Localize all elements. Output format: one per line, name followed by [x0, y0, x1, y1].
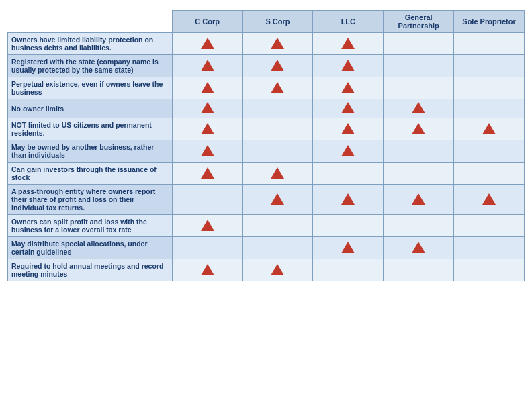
check-cell-sole_proprietor	[454, 77, 525, 99]
checkmark-triangle	[341, 82, 355, 93]
checkmark-triangle	[201, 102, 214, 113]
feature-cell: NOT limited to US citizens and permanent…	[8, 118, 173, 140]
feature-cell: Owners can split profit and loss with th…	[8, 215, 173, 237]
business-type-comparison-table: C Corp S Corp LLC General Partnership So…	[7, 10, 525, 281]
check-cell-llc	[313, 185, 384, 215]
check-cell-llc	[313, 99, 384, 118]
check-cell-general_partnership	[384, 55, 454, 77]
checkmark-triangle	[341, 193, 355, 205]
feature-cell: No owner limits	[8, 99, 173, 118]
table-row: A pass-through entity where owners repor…	[8, 185, 525, 215]
feature-column-header	[8, 11, 173, 33]
check-cell-c_corp	[172, 77, 242, 99]
checkmark-triangle	[412, 102, 425, 113]
check-cell-general_partnership	[384, 118, 454, 140]
check-cell-s_corp	[242, 215, 313, 237]
check-cell-llc	[313, 33, 384, 55]
check-cell-llc	[313, 215, 384, 237]
check-cell-llc	[313, 118, 384, 140]
check-cell-sole_proprietor	[454, 259, 525, 281]
table-row: Registered with the state (company name …	[8, 55, 525, 77]
checkmark-triangle	[271, 193, 284, 205]
checkmark-triangle	[341, 145, 355, 156]
check-cell-s_corp	[242, 163, 313, 185]
check-cell-sole_proprietor	[454, 118, 525, 140]
table-row: Owners have limited liability protection…	[8, 33, 525, 55]
check-cell-s_corp	[242, 99, 313, 118]
checkmark-triangle	[201, 167, 214, 179]
checkmark-triangle	[412, 123, 425, 134]
checkmark-triangle	[482, 193, 496, 205]
feature-cell: Can gain investors through the issuance …	[8, 163, 173, 185]
checkmark-triangle	[482, 123, 496, 134]
check-cell-c_corp	[172, 185, 242, 215]
check-cell-c_corp	[172, 215, 242, 237]
feature-cell: Owners have limited liability protection…	[8, 33, 173, 55]
checkmark-triangle	[201, 123, 214, 134]
check-cell-c_corp	[172, 55, 242, 77]
check-cell-general_partnership	[384, 140, 454, 163]
check-cell-c_corp	[172, 118, 242, 140]
table-row: May be owned by another business, rather…	[8, 140, 525, 163]
check-cell-general_partnership	[384, 77, 454, 99]
checkmark-triangle	[201, 264, 214, 275]
checkmark-triangle	[271, 82, 284, 93]
feature-cell: Perpetual existence, even if owners leav…	[8, 77, 173, 99]
checkmark-triangle	[412, 242, 425, 253]
check-cell-c_corp	[172, 140, 242, 163]
check-cell-s_corp	[242, 237, 313, 259]
check-cell-s_corp	[242, 55, 313, 77]
check-cell-c_corp	[172, 99, 242, 118]
sole-proprietor-header: Sole Proprietor	[454, 11, 525, 33]
check-cell-general_partnership	[384, 163, 454, 185]
checkmark-triangle	[201, 220, 214, 231]
c-corp-header: C Corp	[172, 11, 242, 33]
check-cell-sole_proprietor	[454, 55, 525, 77]
check-cell-c_corp	[172, 163, 242, 185]
feature-cell: A pass-through entity where owners repor…	[8, 185, 173, 215]
check-cell-llc	[313, 55, 384, 77]
llc-header: LLC	[313, 11, 384, 33]
check-cell-sole_proprietor	[454, 163, 525, 185]
checkmark-triangle	[201, 82, 214, 93]
check-cell-general_partnership	[384, 99, 454, 118]
checkmark-triangle	[271, 38, 284, 49]
check-cell-s_corp	[242, 33, 313, 55]
check-cell-general_partnership	[384, 237, 454, 259]
checkmark-triangle	[341, 102, 355, 113]
checkmark-triangle	[341, 123, 355, 134]
feature-cell: May distribute special allocations, unde…	[8, 237, 173, 259]
checkmark-triangle	[341, 242, 355, 253]
table-row: Perpetual existence, even if owners leav…	[8, 77, 525, 99]
comparison-table-container: C Corp S Corp LLC General Partnership So…	[7, 10, 525, 281]
checkmark-triangle	[271, 60, 284, 71]
checkmark-triangle	[201, 60, 214, 71]
check-cell-llc	[313, 140, 384, 163]
checkmark-triangle	[341, 38, 355, 49]
checkmark-triangle	[201, 38, 214, 49]
table-row: Can gain investors through the issuance …	[8, 163, 525, 185]
table-row: No owner limits	[8, 99, 525, 118]
check-cell-general_partnership	[384, 259, 454, 281]
check-cell-general_partnership	[384, 215, 454, 237]
table-row: NOT limited to US citizens and permanent…	[8, 118, 525, 140]
check-cell-sole_proprietor	[454, 185, 525, 215]
check-cell-s_corp	[242, 118, 313, 140]
feature-cell: Required to hold annual meetings and rec…	[8, 259, 173, 281]
checkmark-triangle	[412, 193, 425, 205]
check-cell-sole_proprietor	[454, 215, 525, 237]
table-row: Required to hold annual meetings and rec…	[8, 259, 525, 281]
s-corp-header: S Corp	[242, 11, 313, 33]
check-cell-sole_proprietor	[454, 33, 525, 55]
check-cell-s_corp	[242, 140, 313, 163]
checkmark-triangle	[341, 60, 355, 71]
check-cell-general_partnership	[384, 33, 454, 55]
check-cell-sole_proprietor	[454, 140, 525, 163]
check-cell-c_corp	[172, 237, 242, 259]
check-cell-sole_proprietor	[454, 99, 525, 118]
check-cell-llc	[313, 77, 384, 99]
check-cell-general_partnership	[384, 185, 454, 215]
check-cell-s_corp	[242, 77, 313, 99]
checkmark-triangle	[201, 145, 214, 156]
check-cell-c_corp	[172, 33, 242, 55]
